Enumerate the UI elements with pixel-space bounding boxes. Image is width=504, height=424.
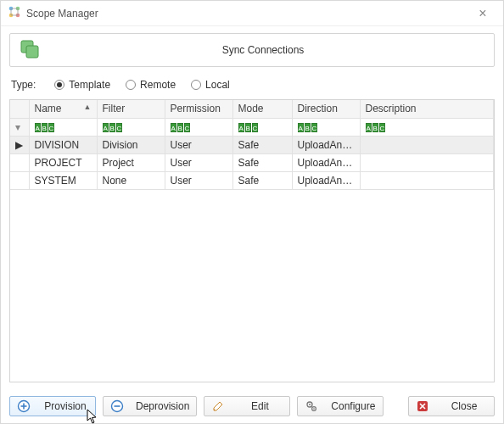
filter-cell-permission[interactable]: ABC bbox=[165, 118, 232, 136]
header-gutter bbox=[10, 100, 29, 118]
provision-button[interactable]: Provision bbox=[9, 396, 96, 416]
cell-filter: Project bbox=[97, 153, 165, 171]
header-permission[interactable]: Permission bbox=[165, 100, 232, 118]
header-description-label: Description bbox=[366, 103, 417, 114]
header-direction[interactable]: Direction bbox=[292, 100, 360, 118]
row-indicator: ▶ bbox=[10, 136, 29, 153]
svg-rect-9 bbox=[26, 46, 38, 58]
edit-label: Edit bbox=[237, 400, 283, 412]
configure-label: Configure bbox=[330, 400, 376, 412]
radio-remote[interactable]: Remote bbox=[126, 79, 176, 91]
radio-remote-label: Remote bbox=[140, 79, 176, 91]
header-name[interactable]: Name ▲ bbox=[29, 100, 97, 118]
text-filter-icon: ABC bbox=[171, 123, 190, 132]
radio-local-label: Local bbox=[205, 79, 230, 91]
header-mode[interactable]: Mode bbox=[232, 100, 292, 118]
row-indicator bbox=[10, 153, 29, 171]
cell-direction: UploadAnd... bbox=[292, 171, 360, 189]
table-row[interactable]: SYSTEMNoneUserSafeUploadAnd... bbox=[10, 171, 494, 189]
svg-point-18 bbox=[314, 408, 316, 410]
filter-cell-name[interactable]: ABC bbox=[29, 118, 97, 136]
sort-asc-icon: ▲ bbox=[84, 103, 92, 111]
header-filter-label: Filter bbox=[103, 103, 126, 114]
footer: Provision Deprovision Edit Co bbox=[1, 389, 503, 423]
header-filter[interactable]: Filter bbox=[97, 100, 165, 118]
close-cross-icon bbox=[416, 399, 429, 413]
header-description[interactable]: Description bbox=[360, 100, 494, 118]
type-label: Type: bbox=[11, 79, 36, 91]
cell-direction: UploadAnd... bbox=[292, 153, 360, 171]
funnel-icon: ▾ bbox=[15, 122, 20, 132]
type-row: Type: Template Remote Local bbox=[9, 75, 495, 99]
cell-name: PROJECT bbox=[29, 153, 97, 171]
window-title: Scope Manager bbox=[26, 8, 469, 20]
radio-local[interactable]: Local bbox=[191, 79, 230, 91]
header-direction-label: Direction bbox=[298, 103, 338, 114]
edit-button[interactable]: Edit bbox=[204, 396, 290, 416]
header-name-label: Name bbox=[35, 103, 62, 114]
cell-direction: UploadAnd... bbox=[292, 136, 360, 153]
cell-description bbox=[360, 171, 494, 189]
cell-permission: User bbox=[165, 153, 232, 171]
filter-cell-mode[interactable]: ABC bbox=[232, 118, 292, 136]
text-filter-icon: ABC bbox=[366, 123, 385, 132]
cell-description bbox=[360, 136, 494, 153]
plus-circle-icon bbox=[17, 399, 31, 413]
minus-circle-icon bbox=[110, 399, 124, 413]
close-button[interactable]: Close bbox=[408, 396, 495, 416]
header-mode-label: Mode bbox=[238, 103, 264, 114]
cell-permission: User bbox=[165, 136, 232, 153]
filter-gutter[interactable]: ▾ bbox=[10, 118, 29, 136]
filter-cell-direction[interactable]: ABC bbox=[292, 118, 360, 136]
cell-name: SYSTEM bbox=[29, 171, 97, 189]
pencil-icon bbox=[211, 399, 225, 413]
text-filter-icon: ABC bbox=[238, 123, 258, 132]
filter-cell-description[interactable]: ABC bbox=[360, 118, 494, 136]
banner: Sync Connections bbox=[9, 33, 495, 67]
radio-template-label: Template bbox=[69, 79, 110, 91]
svg-point-16 bbox=[309, 404, 311, 405]
banner-icon bbox=[19, 38, 41, 63]
window-close-button[interactable]: × bbox=[469, 6, 496, 21]
app-icon bbox=[8, 5, 21, 21]
cell-mode: Safe bbox=[232, 153, 292, 171]
table-row[interactable]: ▶DIVISIONDivisionUserSafeUploadAnd... bbox=[10, 136, 494, 153]
close-label: Close bbox=[441, 400, 487, 412]
grid: Name ▲ Filter Permission Mode Direction … bbox=[9, 99, 495, 382]
deprovision-label: Deprovision bbox=[136, 400, 189, 412]
cell-mode: Safe bbox=[232, 171, 292, 189]
text-filter-icon: ABC bbox=[35, 123, 54, 132]
configure-button[interactable]: Configure bbox=[297, 396, 384, 416]
radio-template[interactable]: Template bbox=[54, 79, 110, 91]
provision-label: Provision bbox=[42, 400, 88, 412]
cell-name: DIVISION bbox=[29, 136, 97, 153]
row-indicator bbox=[10, 171, 29, 189]
filter-cell-filter[interactable]: ABC bbox=[97, 118, 165, 136]
gears-icon bbox=[305, 399, 318, 413]
cell-filter: Division bbox=[97, 136, 165, 153]
cell-filter: None bbox=[97, 171, 165, 189]
text-filter-icon: ABC bbox=[103, 123, 122, 132]
deprovision-button[interactable]: Deprovision bbox=[103, 396, 197, 416]
text-filter-icon: ABC bbox=[298, 123, 317, 132]
cell-description bbox=[360, 153, 494, 171]
table-row[interactable]: PROJECTProjectUserSafeUploadAnd... bbox=[10, 153, 494, 171]
banner-label: Sync Connections bbox=[41, 44, 485, 56]
cell-mode: Safe bbox=[232, 136, 292, 153]
cell-permission: User bbox=[165, 171, 232, 189]
grid-empty-area bbox=[10, 190, 494, 382]
header-permission-label: Permission bbox=[171, 103, 221, 114]
title-bar: Scope Manager × bbox=[1, 1, 503, 26]
